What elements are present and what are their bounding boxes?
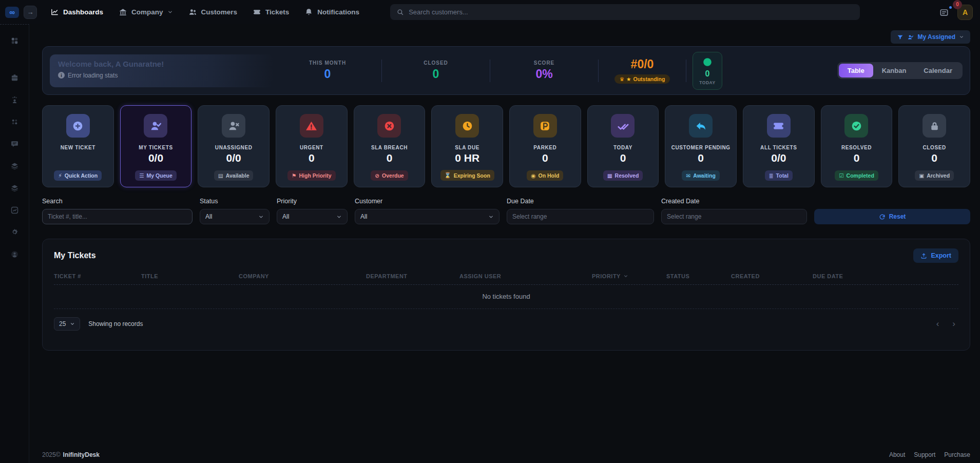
view-toggle-calendar[interactable]: Calendar bbox=[915, 64, 961, 78]
card-value: 0 bbox=[542, 152, 548, 164]
stat-card-sla-due[interactable]: SLA DUE0 HR⌛Expiring Soon bbox=[431, 105, 503, 187]
panel-header: My Tickets Export bbox=[54, 248, 958, 263]
view-toggle-kanban[interactable]: Kanban bbox=[873, 64, 915, 78]
stat-card-new-ticket[interactable]: NEW TICKET⚡Quick Action bbox=[42, 105, 114, 187]
column-header-status[interactable]: STATUS bbox=[666, 273, 731, 279]
sidebar-item-reports[interactable] bbox=[7, 202, 22, 218]
stat-card-resolved[interactable]: RESOLVED0☑Completed bbox=[821, 105, 893, 187]
search-input[interactable] bbox=[409, 8, 854, 16]
briefcase-icon bbox=[10, 73, 19, 82]
badge-label: Overdue bbox=[382, 172, 404, 179]
status-select[interactable]: All bbox=[200, 209, 270, 224]
badge-label: My Queue bbox=[147, 172, 172, 179]
nav-item-company[interactable]: Company bbox=[119, 8, 173, 16]
column-header-assign-user[interactable]: ASSIGN USER bbox=[459, 273, 592, 279]
footer-link-about[interactable]: About bbox=[889, 451, 905, 458]
badge-glyph-icon: ☰ bbox=[139, 172, 144, 179]
customer-filter-label: Customer bbox=[355, 198, 499, 205]
previous-page-button[interactable]: ‹ bbox=[936, 319, 939, 329]
badge-glyph-icon: ⚑ bbox=[292, 172, 296, 179]
column-header-created[interactable]: CREATED bbox=[731, 273, 813, 279]
export-button[interactable]: Export bbox=[913, 248, 958, 263]
stat-card-closed[interactable]: CLOSED0▣Archived bbox=[898, 105, 970, 187]
card-label: UNASSIGNED bbox=[215, 145, 253, 150]
badge-label: Expiring Soon bbox=[454, 172, 490, 179]
my-tickets-panel: My Tickets Export TICKET #TITLECOMPANYDE… bbox=[42, 239, 970, 351]
stat-card-all-tickets[interactable]: ALL TICKETS0/0≣Total bbox=[743, 105, 815, 187]
user-check-icon bbox=[907, 34, 914, 41]
search-filter-box bbox=[42, 209, 193, 224]
sidebar-item-dashboard[interactable] bbox=[7, 33, 22, 48]
status-dot bbox=[949, 6, 952, 9]
assigned-filter-dropdown[interactable]: My Assigned bbox=[891, 30, 970, 44]
search-icon bbox=[396, 8, 404, 16]
ticket-icon bbox=[253, 8, 261, 16]
badge-label: Awaiting bbox=[693, 172, 716, 179]
priority-select[interactable]: All bbox=[277, 209, 348, 224]
global-search[interactable] bbox=[390, 4, 860, 20]
infinity-logo-glyph: ∞ bbox=[9, 8, 15, 16]
nav-item-tickets[interactable]: Tickets bbox=[253, 8, 289, 16]
reset-filters-button[interactable]: Reset bbox=[814, 209, 970, 224]
sidebar-item-settings[interactable] bbox=[7, 224, 22, 240]
next-page-button[interactable]: › bbox=[952, 319, 955, 329]
filter-priority: Priority All bbox=[277, 198, 348, 224]
due-date-range-picker[interactable]: Select range bbox=[507, 209, 654, 224]
sidebar-item-profile[interactable] bbox=[7, 246, 22, 262]
card-value: 0/0 bbox=[226, 152, 241, 164]
created-date-range-picker[interactable]: Select range bbox=[661, 209, 807, 224]
due-date-filter-label: Due Date bbox=[507, 198, 654, 205]
rank-value: #0/0 bbox=[599, 57, 686, 71]
stat-card-today[interactable]: TODAY0▦Resolved bbox=[587, 105, 659, 187]
today-mini-card: 0 TODAY bbox=[693, 52, 722, 90]
stat-card-parked[interactable]: PARKED0◉On Hold bbox=[509, 105, 581, 187]
sidebar-item-organization[interactable] bbox=[7, 92, 22, 107]
activity-panel-button[interactable] bbox=[939, 6, 951, 18]
footer-link-support[interactable]: Support bbox=[914, 451, 935, 458]
view-toggle-table[interactable]: Table bbox=[839, 64, 873, 78]
column-header-priority[interactable]: PRIORITY bbox=[592, 273, 666, 279]
column-header-label: COMPANY bbox=[239, 273, 269, 279]
page-size-select[interactable]: 25 bbox=[54, 317, 80, 331]
badge-glyph-icon: ≣ bbox=[769, 172, 774, 179]
column-header-title[interactable]: TITLE bbox=[141, 273, 239, 279]
card-value: 0/0 bbox=[148, 152, 163, 164]
sidebar-item-stacks[interactable] bbox=[7, 180, 22, 196]
check-circle-icon bbox=[702, 56, 713, 68]
brand-name: InifinityDesk bbox=[63, 451, 100, 458]
stat-card-customer-pending[interactable]: CUSTOMER PENDING0✉Awaiting bbox=[665, 105, 737, 187]
footer-link-purchase[interactable]: Purchase bbox=[944, 451, 970, 458]
filter-customer: Customer All bbox=[355, 198, 499, 224]
column-header-department[interactable]: DEPARTMENT bbox=[366, 273, 459, 279]
stat-card-my-tickets[interactable]: MY TICKETS0/0☰My Queue bbox=[120, 105, 192, 187]
column-header-due-date[interactable]: DUE DATE bbox=[813, 273, 958, 279]
nav-item-notifications[interactable]: Notifications bbox=[304, 8, 359, 16]
banner-stat-value: 0% bbox=[490, 67, 598, 81]
sidebar-expand-button[interactable]: → bbox=[24, 6, 37, 19]
customer-select[interactable]: All bbox=[355, 209, 499, 224]
sidebar-item-messages[interactable] bbox=[7, 136, 22, 151]
footer-links: AboutSupportPurchase bbox=[889, 451, 970, 458]
app-logo[interactable]: ∞ bbox=[5, 7, 19, 18]
sidebar-item-workspace[interactable] bbox=[7, 70, 22, 85]
nav-item-dashboards[interactable]: Dashboards bbox=[50, 8, 103, 16]
welcome-banner: Welcome back, A Gunaratne! Error loading… bbox=[42, 46, 970, 95]
nav-item-customers[interactable]: Customers bbox=[188, 8, 238, 16]
today-label: TODAY bbox=[699, 80, 715, 85]
badge-label: High Priority bbox=[299, 172, 332, 179]
stat-card-unassigned[interactable]: UNASSIGNED0/0▤Available bbox=[198, 105, 270, 187]
stat-card-urgent[interactable]: URGENT0⚑High Priority bbox=[276, 105, 348, 187]
sidebar-item-apps[interactable] bbox=[7, 114, 22, 129]
badge-glyph-icon: ▤ bbox=[218, 172, 223, 179]
column-header-label: DUE DATE bbox=[813, 273, 843, 279]
column-header-ticket[interactable]: TICKET # bbox=[54, 273, 141, 279]
column-header-label: TITLE bbox=[141, 273, 158, 279]
stat-card-sla-breach[interactable]: SLA BREACH0⊘Overdue bbox=[354, 105, 426, 187]
welcome-box: Welcome back, A Gunaratne! Error loading… bbox=[50, 54, 274, 87]
created-date-placeholder: Select range bbox=[667, 213, 701, 220]
sidebar-item-collections[interactable] bbox=[7, 158, 22, 173]
welcome-title: Welcome back, A Gunaratne! bbox=[58, 60, 265, 68]
column-header-company[interactable]: COMPANY bbox=[239, 273, 366, 279]
check-circle-icon bbox=[844, 114, 868, 138]
ticket-search-input[interactable] bbox=[48, 213, 187, 220]
